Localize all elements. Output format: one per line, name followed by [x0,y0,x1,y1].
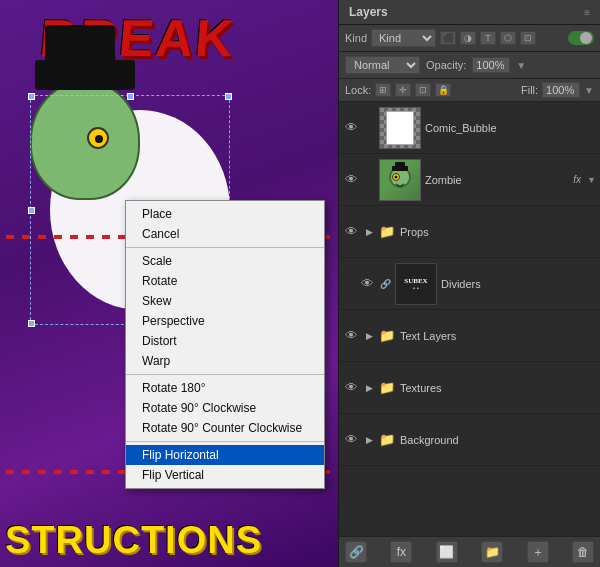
ctx-skew[interactable]: Skew [126,291,324,311]
filter-icon-adjust[interactable]: ◑ [460,31,476,45]
layer-vis-background[interactable]: 👁 [343,432,359,447]
layer-expand-background[interactable]: ▶ [363,435,375,445]
layers-bottom-toolbar: 🔗 fx ⬜ 📁 ＋ 🗑 [339,536,600,567]
layers-title-bar: Layers ≡ [339,0,600,25]
blend-mode-dropdown[interactable]: Normal [345,56,420,74]
filter-icon-smart[interactable]: ⊡ [520,31,536,45]
layer-fx-zombie: fx [573,174,581,185]
fill-chevron[interactable]: ▼ [584,85,594,96]
btn-add-mask[interactable]: ⬜ [436,541,458,563]
layer-link-dividers: 🔗 [379,279,391,289]
layer-textures-content: 📁 Textures [379,380,596,395]
filter-icon-shape[interactable]: ⬡ [500,31,516,45]
lock-all-icon[interactable]: 🔒 [435,83,451,97]
layer-name-zombie: Zombie [425,174,569,186]
opacity-input[interactable] [472,57,510,73]
layer-text-layers-folder[interactable]: 👁 ▶ 📁 Text Layers [339,310,600,362]
layer-textures-folder[interactable]: 👁 ▶ 📁 Textures [339,362,600,414]
fill-input[interactable] [542,82,580,98]
ctx-scale[interactable]: Scale [126,251,324,271]
opacity-chevron[interactable]: ▼ [516,60,526,71]
ctx-place[interactable]: Place [126,204,324,224]
layer-name-comic-bubble: Comic_Bubble [425,122,596,134]
ctx-rotate-ccw[interactable]: Rotate 90° Counter Clockwise [126,418,324,438]
layer-thumb-comic-bubble [379,107,421,149]
layer-info-comic-bubble: Comic_Bubble [425,122,596,134]
ctx-flip-horizontal[interactable]: Flip Horizontal [126,445,324,465]
lock-label: Lock: [345,84,371,96]
fill-label: Fill: [521,84,538,96]
blend-opacity-row: Normal Opacity: ▼ [339,52,600,79]
lock-move-icon[interactable]: ✛ [395,83,411,97]
svg-point-4 [395,175,398,178]
btn-delete-layer[interactable]: 🗑 [572,541,594,563]
panel-collapse-btn[interactable]: ≡ [584,7,590,18]
filter-icon-pixel[interactable]: ⬛ [440,31,456,45]
btn-link-layers[interactable]: 🔗 [345,541,367,563]
transform-handle-bl[interactable] [28,320,35,327]
ctx-perspective[interactable]: Perspective [126,311,324,331]
layer-vis-comic-bubble[interactable]: 👁 [343,120,359,135]
filter-kind-dropdown[interactable]: Kind [371,29,436,47]
layers-title-label: Layers [349,5,388,19]
layer-info-dividers: Dividers [441,278,596,290]
layer-props-folder[interactable]: 👁 ▶ 📁 Props [339,206,600,258]
layer-name-props: Props [400,226,429,238]
ctx-rotate-cw[interactable]: Rotate 90° Clockwise [126,398,324,418]
layer-background-folder[interactable]: 👁 ▶ 📁 Background [339,414,600,466]
ctx-sep-3 [126,441,324,442]
lock-checkerboard-icon[interactable]: ⊞ [375,83,391,97]
filter-icon-type[interactable]: T [480,31,496,45]
layer-text-layers-content: 📁 Text Layers [379,328,596,343]
transform-handle-tl[interactable] [28,93,35,100]
layer-vis-textures[interactable]: 👁 [343,380,359,395]
layer-thumb-dividers: SUBEX • • [395,263,437,305]
structions-text: STRUCTIONS [5,519,262,562]
layer-thumb-zombie [379,159,421,201]
filter-row: Kind Kind ⬛ ◑ T ⬡ ⊡ [339,25,600,52]
layer-props-content: 📁 Props [379,224,596,239]
ctx-warp[interactable]: Warp [126,351,324,371]
layer-comic-bubble[interactable]: 👁 Comic_Bubble [339,102,600,154]
props-folder-icon: 📁 [379,224,395,239]
lock-fill-row: Lock: ⊞ ✛ ⊡ 🔒 Fill: ▼ [339,79,600,102]
svg-rect-2 [395,162,405,168]
transform-handle-tr[interactable] [225,93,232,100]
ctx-sep-2 [126,374,324,375]
layer-expand-props[interactable]: ▶ [363,227,375,237]
btn-new-group[interactable]: 📁 [481,541,503,563]
layer-vis-dividers[interactable]: 👁 [359,276,375,291]
transform-handle-tm[interactable] [127,93,134,100]
layers-list: 👁 Comic_Bubble 👁 [339,102,600,536]
layer-name-background: Background [400,434,459,446]
filter-toggle[interactable] [568,31,594,45]
transform-handle-ml[interactable] [28,207,35,214]
ctx-cancel[interactable]: Cancel [126,224,324,244]
layer-vis-props[interactable]: 👁 [343,224,359,239]
lock-artboard-icon[interactable]: ⊡ [415,83,431,97]
layer-vis-zombie[interactable]: 👁 [343,172,359,187]
layer-expand-text-layers[interactable]: ▶ [363,331,375,341]
layer-expand-textures[interactable]: ▶ [363,383,375,393]
layer-background-content: 📁 Background [379,432,596,447]
context-menu: Place Cancel Scale Rotate Skew Perspecti… [125,200,325,489]
textures-folder-icon: 📁 [379,380,395,395]
layer-zombie[interactable]: 👁 Zombie fx ▼ [339,154,600,206]
ctx-rotate[interactable]: Rotate [126,271,324,291]
layer-info-zombie: Zombie [425,174,569,186]
opacity-label: Opacity: [426,59,466,71]
layer-vis-text-layers[interactable]: 👁 [343,328,359,343]
layer-dividers[interactable]: 👁 🔗 SUBEX • • Dividers [339,258,600,310]
layer-name-text-layers: Text Layers [400,330,456,342]
layer-name-textures: Textures [400,382,442,394]
btn-new-layer[interactable]: ＋ [527,541,549,563]
canvas-area: BREAK STRUCTIONS Place Cancel Scale Rota… [0,0,338,567]
ctx-distort[interactable]: Distort [126,331,324,351]
layer-name-dividers: Dividers [441,278,596,290]
layer-fx-chevron-zombie[interactable]: ▼ [587,175,596,185]
btn-add-fx[interactable]: fx [390,541,412,563]
ctx-flip-vertical[interactable]: Flip Vertical [126,465,324,485]
background-folder-icon: 📁 [379,432,395,447]
ctx-sep-1 [126,247,324,248]
ctx-rotate-180[interactable]: Rotate 180° [126,378,324,398]
